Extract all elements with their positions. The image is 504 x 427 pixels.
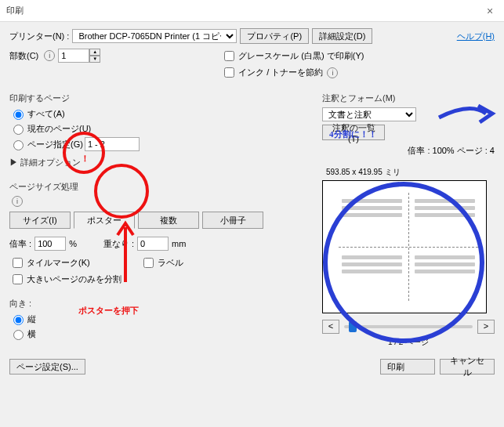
pages-range-label: ページ指定(G)	[27, 139, 83, 150]
pages-group-title: 印刷するページ	[9, 92, 317, 104]
annotation-summary-button[interactable]: 注釈の一覧(T)	[322, 125, 385, 140]
orientation-portrait-label: 縦	[27, 313, 36, 325]
info-icon[interactable]: i	[327, 67, 338, 78]
grayscale-label: グレースケール (白黒) で印刷(Y)	[238, 50, 364, 62]
scale-info: 倍率 : 100% ページ : 4	[322, 145, 495, 157]
pages-range-radio[interactable]	[13, 140, 24, 150]
tilemarks-label: タイルマーク(K)	[27, 257, 90, 269]
overlap-input[interactable]	[137, 237, 169, 251]
labels-label: ラベル	[158, 257, 183, 269]
cancel-button[interactable]: キャンセル	[440, 359, 495, 375]
grayscale-checkbox[interactable]	[224, 51, 234, 61]
size-group-title: ページサイズ処理	[9, 181, 317, 193]
more-options-toggle[interactable]: ▶ 詳細オプション	[9, 157, 81, 168]
help-link[interactable]: ヘルプ(H)	[457, 31, 495, 42]
scale-label: 倍率 :	[9, 238, 31, 250]
preview-dimensions: 593.85 x 419.95 ミリ	[326, 167, 401, 178]
preview-prev-button[interactable]: <	[322, 320, 339, 334]
overlap-unit: mm	[172, 239, 186, 248]
tab-multiple[interactable]: 複数	[138, 212, 199, 229]
printer-select[interactable]: Brother DCP-7065DN Printer (1 コピー)	[72, 29, 237, 43]
copies-input[interactable]	[58, 49, 89, 63]
close-icon[interactable]: ×	[482, 5, 498, 17]
info-icon[interactable]: i	[44, 50, 55, 61]
info-icon[interactable]: i	[12, 196, 23, 207]
orientation-landscape-radio[interactable]	[13, 330, 24, 340]
advanced-button[interactable]: 詳細設定(D)	[312, 28, 372, 44]
orientation-portrait-radio[interactable]	[13, 315, 24, 325]
copies-down-icon[interactable]: ▼	[89, 56, 100, 63]
large-only-checkbox[interactable]	[13, 274, 23, 284]
save-toner-checkbox[interactable]	[224, 67, 234, 78]
tilemarks-checkbox[interactable]	[13, 258, 23, 268]
orientation-landscape-label: 横	[27, 328, 36, 340]
properties-button[interactable]: プロパティ(P)	[240, 28, 309, 44]
save-toner-label: インク / トナーを節約	[238, 67, 323, 78]
scale-input[interactable]	[34, 237, 66, 251]
overlap-label: 重なり :	[103, 238, 134, 250]
pages-current-radio[interactable]	[13, 125, 24, 135]
tab-booklet[interactable]: 小冊子	[202, 212, 263, 229]
slider-thumb[interactable]	[349, 321, 357, 332]
tab-size[interactable]: サイズ(I)	[9, 212, 71, 229]
pages-all-label: すべて(A)	[27, 108, 65, 120]
tab-poster[interactable]: ポスター	[74, 212, 135, 229]
scale-pct: %	[69, 239, 77, 248]
pages-range-input[interactable]	[85, 137, 140, 151]
page-indicator: 1 / 2 ページ	[322, 337, 495, 348]
pages-current-label: 現在のページ(U)	[27, 123, 91, 135]
annotations-title: 注釈とフォーム(M)	[322, 92, 495, 104]
preview-next-button[interactable]: >	[477, 320, 495, 334]
large-only-label: 大きいページのみを分割	[27, 273, 121, 285]
page-setup-button[interactable]: ページ設定(S)...	[9, 359, 85, 375]
annotations-select[interactable]: 文書と注釈	[322, 107, 416, 121]
print-preview: 593.85 x 419.95 ミリ	[322, 180, 487, 313]
labels-checkbox[interactable]	[143, 258, 154, 268]
orientation-title: 向き :	[9, 298, 317, 309]
preview-slider[interactable]	[344, 325, 473, 328]
printer-label: プリンター(N) :	[9, 31, 69, 42]
pages-all-radio[interactable]	[13, 110, 24, 120]
copies-up-icon[interactable]: ▲	[89, 49, 100, 56]
print-button[interactable]: 印刷	[380, 359, 435, 375]
copies-label: 部数(C)	[9, 50, 38, 62]
window-title: 印刷	[6, 5, 482, 16]
